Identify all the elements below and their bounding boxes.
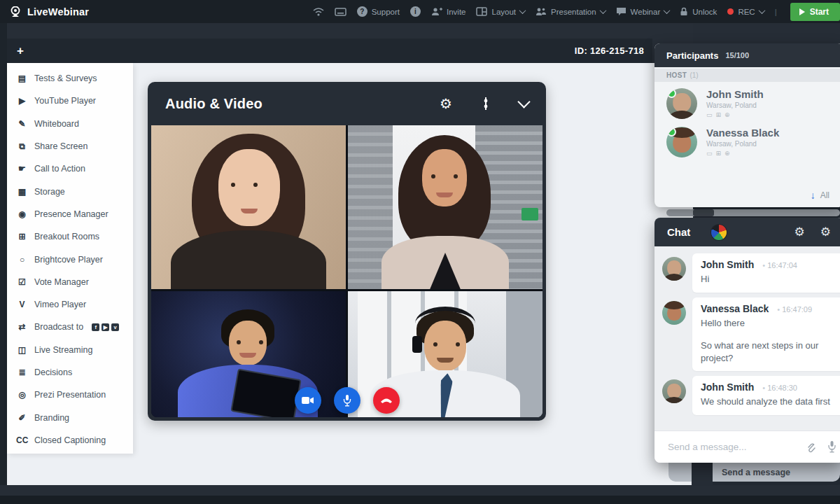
chat-messages: John Smith 16:47:04 Hi Vanessa Black (654, 246, 840, 427)
start-button[interactable]: Start (790, 3, 840, 21)
features-sidebar: ▤ Tests & Surveys ▶ YouTube Player ✎ Whi… (7, 63, 133, 454)
mic-toggle-button[interactable] (334, 387, 360, 414)
livewebinar-app: LiveWebinar ? Support i Invite Layout (0, 0, 840, 504)
presentation-menu[interactable]: Presentation (536, 7, 606, 16)
sidebar-item[interactable]: ▦ Storage (7, 180, 133, 202)
voice-message-mic-icon[interactable] (827, 441, 836, 453)
room-id: ID: 126-215-718 (575, 46, 652, 56)
sidebar-item-icon: ≣ (16, 368, 28, 377)
sidebar-item[interactable]: ✎ Whiteboard (7, 113, 133, 135)
hangup-button[interactable] (373, 387, 400, 414)
chat-bubble-icon (616, 7, 626, 16)
translate-icon[interactable] (711, 225, 727, 240)
support-button[interactable]: ? Support (357, 6, 400, 17)
shortcuts-button[interactable] (335, 8, 346, 16)
mute-all-button[interactable]: ↓ All (811, 190, 830, 201)
webinar-menu[interactable]: Webinar (616, 7, 670, 16)
social-chip-icon: v (111, 323, 119, 331)
sidebar-item-label: Breakout Rooms (34, 232, 99, 241)
sidebar-item[interactable]: ◫ Live Streaming (7, 339, 133, 361)
sidebar-item[interactable]: ≣ Decisions (7, 361, 133, 384)
hangup-phone-icon (380, 398, 393, 403)
all-label: All (820, 190, 830, 200)
tie (437, 372, 454, 417)
layout-icon (476, 7, 487, 16)
sidebar-item[interactable]: ☑ Vote Manager (7, 271, 133, 293)
top-navbar: LiveWebinar ? Support i Invite Layout (0, 0, 840, 23)
video-grid (151, 125, 542, 417)
sidebar-item[interactable]: ▶ YouTube Player (7, 90, 133, 112)
sidebar-item[interactable]: ⇄ Broadcast to f▶v (7, 316, 133, 338)
sidebar-item[interactable]: ○ Brightcove Player (7, 248, 133, 270)
sidebar-item-icon: ☛ (16, 164, 28, 174)
participants-header[interactable]: Participants 15/100 (654, 43, 840, 67)
message-lines: We should analyze the data first (701, 396, 835, 408)
chevron-down-icon (599, 7, 606, 14)
sidebar-item[interactable]: ✐ Branding (7, 406, 133, 428)
sidebar-item-label: Call to Action (34, 164, 85, 174)
message-author: Vanessa Black (701, 303, 769, 314)
sidebar-item[interactable]: ▤ Tests & Surveys (7, 67, 133, 90)
sidebar-item-label: Presence Manager (34, 209, 108, 219)
scrollbar-handle[interactable] (693, 209, 714, 216)
layout-menu[interactable]: Layout (476, 7, 525, 16)
sidebar-item[interactable]: ⊞ Breakout Rooms (7, 225, 133, 248)
avatar (666, 127, 697, 158)
sidebar-item[interactable]: CC Closed Captioning (7, 429, 133, 451)
sidebar-item-label: Vote Manager (34, 277, 89, 287)
chat-message-input[interactable] (666, 441, 794, 453)
sidebar-item-icon: ⇄ (16, 322, 28, 332)
sidebar-item[interactable]: V Vimeo Player (7, 293, 133, 316)
chat-more-icon[interactable]: ⚙ (820, 226, 831, 238)
message-text: We should analyze the data first (701, 396, 835, 408)
sidebar-item[interactable]: ◎ Prezi Presentation (7, 384, 133, 406)
sidebar-item-icon: ▦ (16, 187, 28, 197)
audio-video-header[interactable]: Audio & Video ⚙ (148, 82, 546, 125)
invite-label: Invite (447, 8, 466, 16)
sidebar-item-label: Broadcast to (34, 322, 83, 332)
participant-location: Warsaw, Poland (706, 102, 764, 109)
attachment-paperclip-icon[interactable] (806, 442, 816, 453)
sidebar-item-icon: ☑ (16, 277, 28, 287)
audio-video-title: Audio & Video (165, 96, 262, 112)
participants-panel: Participants 15/100 HOST (1) John Smith … (654, 43, 840, 207)
rec-button[interactable]: REC (727, 8, 764, 16)
chat-input-row (654, 430, 840, 463)
tune-slider-icon[interactable] (482, 97, 490, 111)
video-tile-1[interactable] (151, 125, 346, 289)
sidebar-item-label: Vimeo Player (34, 300, 86, 309)
network-status-button[interactable] (313, 7, 324, 16)
chat-settings-gear-icon[interactable]: ⚙ (794, 226, 805, 238)
participant-row[interactable]: John Smith Warsaw, Poland ▭⊞⊕ (654, 82, 840, 120)
sidebar-item[interactable]: ◉ Presence Manager (7, 203, 133, 225)
message-lines: Hello thereSo what are next steps in our… (701, 317, 835, 365)
unlock-button[interactable]: Unlock (680, 7, 717, 16)
social-chip-icon: ▶ (102, 323, 109, 331)
sidebar-item-extras: f▶v (92, 323, 119, 331)
message-lines: Hi (701, 273, 835, 286)
message-text: So what are next steps in our project? (701, 340, 835, 364)
info-button[interactable]: i (410, 6, 421, 17)
horizontal-scrollbar[interactable] (666, 209, 840, 216)
webcam-logo-icon (8, 6, 22, 18)
av-settings-gear-icon[interactable]: ⚙ (440, 97, 452, 111)
sidebar-item-label: Decisions (34, 368, 72, 377)
invite-button[interactable]: Invite (431, 7, 466, 16)
camera-toggle-button[interactable] (295, 387, 321, 414)
sidebar-item-label: Branding (34, 413, 69, 423)
add-tab-button[interactable]: + (7, 44, 34, 58)
brand[interactable]: LiveWebinar (8, 6, 89, 18)
sidebar-item-icon: ◉ (16, 209, 28, 219)
sidebar-item-icon: ⧉ (16, 141, 28, 151)
chat-header[interactable]: Chat ⚙ ⚙ (654, 218, 840, 246)
participant-name: Vanessa Black (706, 127, 779, 139)
keyboard-icon (335, 8, 346, 16)
sidebar-item[interactable]: ⧉ Share Screen (7, 135, 133, 158)
collapse-chevron-icon[interactable] (517, 95, 530, 108)
play-icon (799, 8, 805, 15)
participant-row[interactable]: Vanessa Black Warsaw, Poland ▭⊞⊕ (654, 120, 840, 159)
chevron-down-icon (664, 7, 671, 14)
sidebar-item[interactable]: ☛ Call to Action (7, 158, 133, 180)
social-chip-icon: f (92, 323, 99, 331)
video-tile-2[interactable] (348, 125, 542, 289)
